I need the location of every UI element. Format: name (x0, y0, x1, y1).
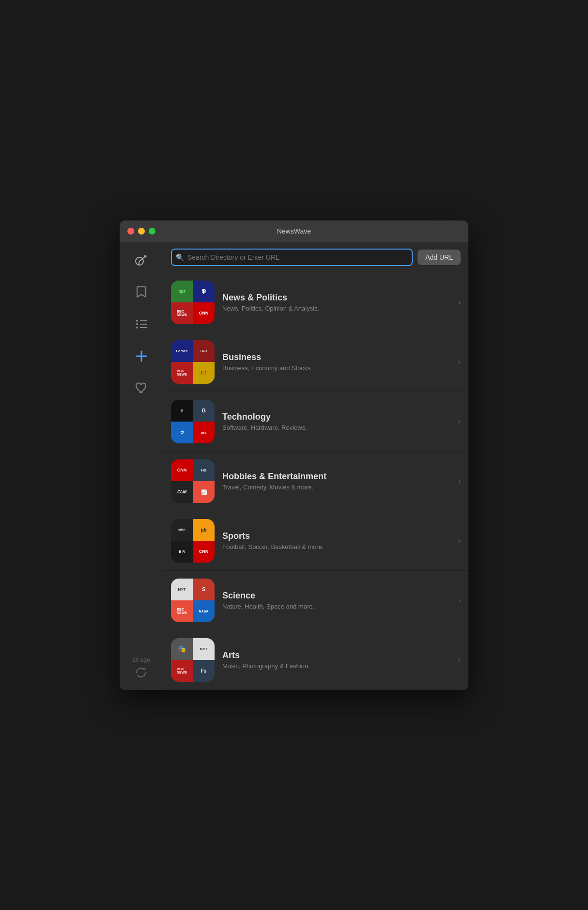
icon-cell: MMA (171, 519, 193, 541)
category-icon-technology: e G ⏱ ars (171, 400, 215, 443)
sidebar-list-icon[interactable] (133, 315, 150, 333)
fullscreen-button[interactable] (149, 228, 155, 235)
category-item-arts[interactable]: 🎭 NYT BBCNEWS Fs Arts (163, 630, 468, 690)
icon-cell: NYT (193, 638, 215, 660)
last-refresh-time: 2h ago (132, 657, 150, 663)
category-desc: News, Politics, Opinion & Analysis. (222, 305, 450, 312)
sidebar-bottom: 2h ago (132, 657, 150, 680)
icon-cell: BBCNEWS (171, 302, 193, 324)
app-window: NewsWave (120, 220, 468, 690)
category-item-science[interactable]: NYT S BBCNEWS NASA Science (163, 571, 468, 630)
category-info-business: Business Business, Economy and Stocks. (222, 352, 450, 372)
icon-cell: pb (193, 519, 215, 541)
icon-cell: BBCNEWS (171, 660, 193, 682)
chevron-right-icon: › (458, 358, 461, 366)
category-icon-science: NYT S BBCNEWS NASA (171, 579, 215, 622)
category-info-hobbies: Hobbies & Entertainment Travel, Comedy, … (222, 471, 450, 491)
icon-cell: FAM (171, 481, 193, 503)
svg-point-4 (136, 320, 138, 322)
icon-cell: BBCNEWS (171, 600, 193, 622)
category-title: Technology (222, 412, 450, 422)
category-info-news-politics: News & Politics News, Politics, Opinion … (222, 293, 450, 312)
category-item-hobbies[interactable]: CNN HS FAM 📈 Hobbies & Entertain (163, 452, 468, 511)
icon-cell: B·R (171, 541, 193, 563)
icon-cell: Forbes (171, 340, 193, 362)
category-desc: Software, Hardware, Reviews. (222, 424, 450, 431)
window-title: NewsWave (277, 227, 311, 235)
icon-cell: HBR (193, 340, 215, 362)
svg-point-8 (136, 327, 138, 329)
icon-cell: ⏱ (171, 422, 193, 443)
search-area: 🔍 Add URL (163, 242, 468, 273)
category-title: Hobbies & Entertainment (222, 471, 450, 482)
icon-cell: ars (193, 422, 215, 443)
category-title: Arts (222, 650, 450, 660)
category-icon-news-politics: npr 𝕻 BBCNEWS CNN (171, 281, 215, 324)
icon-cell: 𝕻 (193, 281, 215, 302)
category-title: News & Politics (222, 293, 450, 303)
category-desc: Football, Soccer, Basketball & more. (222, 543, 450, 550)
icon-cell: 📈 (193, 481, 215, 503)
icon-cell: e (171, 400, 193, 422)
icon-cell: CNN (193, 541, 215, 563)
sidebar-feeds-icon[interactable] (133, 251, 150, 269)
chevron-right-icon: › (458, 417, 461, 426)
icon-cell: CNN (171, 459, 193, 481)
category-icon-sports: MMA pb B·R CNN (171, 519, 215, 563)
icon-cell: 🎭 (171, 638, 193, 660)
icon-cell: HS (193, 459, 215, 481)
category-title: Sports (222, 531, 450, 541)
search-input[interactable] (171, 249, 413, 266)
chevron-right-icon: › (458, 596, 461, 605)
category-list: npr 𝕻 BBCNEWS CNN News & Politic (163, 273, 468, 690)
category-info-sports: Sports Football, Soccer, Basketball & mo… (222, 531, 450, 550)
category-info-science: Science Nature, Health, Space and more. (222, 591, 450, 610)
chevron-right-icon: › (458, 298, 461, 307)
close-button[interactable] (127, 228, 134, 235)
chevron-right-icon: › (458, 656, 461, 664)
category-icon-hobbies: CNN HS FAM 📈 (171, 459, 215, 503)
icon-cell: npr (171, 281, 193, 302)
category-icon-business: Forbes HBR BBCNEWS FT (171, 340, 215, 384)
content-area: 🔍 Add URL npr 𝕻 (163, 242, 468, 690)
icon-cell: S (193, 579, 215, 600)
icon-cell: Fs (193, 660, 215, 682)
svg-point-2 (144, 255, 146, 257)
category-item-technology[interactable]: e G ⏱ ars Technology (163, 392, 468, 452)
category-title: Business (222, 352, 450, 362)
category-item-business[interactable]: Forbes HBR BBCNEWS FT Business (163, 332, 468, 392)
titlebar: NewsWave (120, 220, 468, 242)
chevron-right-icon: › (458, 477, 461, 486)
add-url-button[interactable]: Add URL (418, 250, 461, 265)
svg-point-6 (136, 323, 138, 325)
minimize-button[interactable] (138, 228, 145, 235)
search-icon: 🔍 (176, 253, 184, 261)
category-desc: Travel, Comedy, Movies & more. (222, 484, 450, 491)
category-item-news-politics[interactable]: npr 𝕻 BBCNEWS CNN News & Politic (163, 273, 468, 332)
icon-cell: BBCNEWS (171, 362, 193, 384)
icon-cell: FT (193, 362, 215, 384)
category-info-arts: Arts Music, Photography & Fashion. (222, 650, 450, 670)
icon-cell: G (193, 400, 215, 422)
refresh-button[interactable] (136, 667, 146, 680)
search-wrapper: 🔍 (171, 249, 413, 266)
main-layout: 2h ago 🔍 Add URL (120, 242, 468, 690)
icon-cell: CNN (193, 302, 215, 324)
traffic-lights (127, 228, 155, 235)
category-icon-arts: 🎭 NYT BBCNEWS Fs (171, 638, 215, 682)
sidebar-bookmark-icon[interactable] (133, 283, 150, 301)
category-desc: Nature, Health, Space and more. (222, 603, 450, 610)
category-info-technology: Technology Software, Hardware, Reviews. (222, 412, 450, 431)
sidebar: 2h ago (120, 242, 163, 690)
sidebar-add-icon[interactable] (133, 347, 150, 365)
category-desc: Business, Economy and Stocks. (222, 364, 450, 372)
category-title: Science (222, 591, 450, 601)
svg-line-3 (139, 261, 139, 265)
category-item-sports[interactable]: MMA pb B·R CNN Sports (163, 511, 468, 571)
sidebar-heart-icon[interactable] (133, 379, 150, 397)
category-desc: Music, Photography & Fashion. (222, 662, 450, 670)
icon-cell: NASA (193, 600, 215, 622)
chevron-right-icon: › (458, 536, 461, 545)
icon-cell: NYT (171, 579, 193, 600)
